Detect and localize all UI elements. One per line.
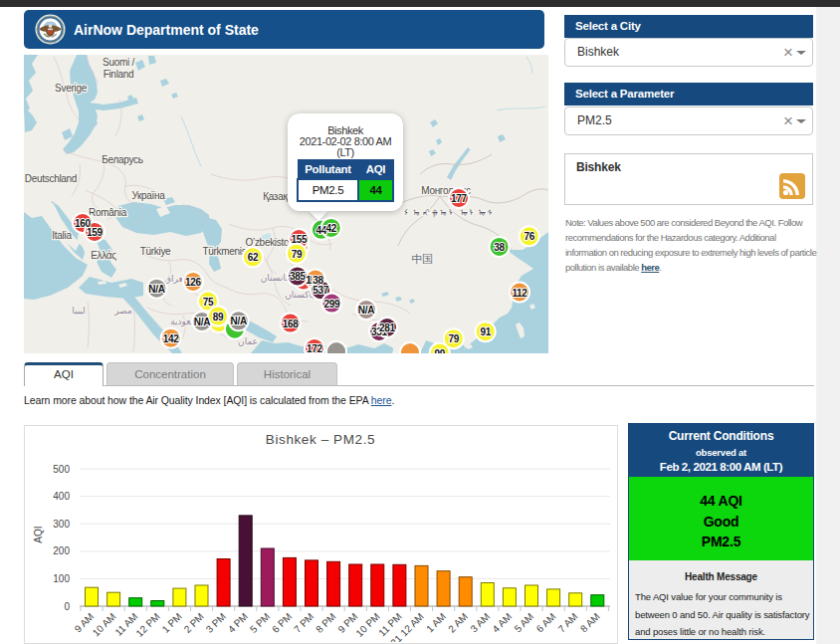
svg-text:385: 385 (290, 271, 307, 282)
svg-text:N/A: N/A (148, 284, 164, 295)
svg-text:38: 38 (494, 242, 505, 253)
svg-text:ليبيا: ليبيا (72, 306, 86, 316)
svg-text:142: 142 (163, 333, 180, 344)
svg-text:155: 155 (292, 234, 309, 245)
svg-text:99: 99 (435, 348, 446, 354)
svg-text:0: 0 (64, 601, 70, 612)
svg-text:79: 79 (448, 333, 459, 344)
svg-text:مصر: مصر (113, 306, 132, 316)
svg-text:Finland: Finland (104, 69, 134, 80)
svg-text:Bishkek – PM2.5: Bishkek – PM2.5 (266, 432, 375, 447)
svg-text:299: 299 (324, 299, 341, 310)
svg-text:126: 126 (185, 277, 202, 288)
svg-text:Italia: Italia (52, 230, 72, 241)
svg-text:177: 177 (451, 193, 468, 204)
svg-text:62: 62 (248, 252, 259, 263)
svg-text:Suomi /: Suomi / (103, 57, 134, 68)
svg-text:Беларусь: Беларусь (102, 154, 142, 165)
svg-text:AQI: AQI (33, 526, 44, 542)
svg-text:168: 168 (283, 319, 300, 329)
svg-text:Deutschland: Deutschland (25, 173, 77, 184)
svg-text:112: 112 (512, 288, 527, 299)
svg-text:N/A: N/A (194, 317, 210, 327)
svg-text:ᠮᠣᠩᠭᠣᠯ ᠤᠯᠤᠰ: ᠮᠣᠩᠭᠣᠯ ᠤᠯᠤᠰ (404, 208, 497, 218)
svg-text:281: 281 (379, 322, 396, 333)
svg-text:159: 159 (87, 227, 104, 238)
svg-text:中国: 中国 (411, 253, 432, 265)
svg-text:Україна: Україна (131, 190, 165, 201)
svg-text:500: 500 (53, 464, 70, 475)
svg-text:300: 300 (53, 519, 70, 530)
svg-text:400: 400 (53, 491, 70, 502)
svg-text:100: 100 (53, 573, 70, 584)
svg-text:Ελλάς: Ελλάς (91, 250, 116, 261)
svg-text:76: 76 (524, 231, 534, 242)
svg-text:1: 1 (306, 274, 312, 286)
svg-text:89: 89 (213, 312, 224, 322)
svg-text:537: 537 (313, 285, 329, 296)
svg-text:42: 42 (325, 223, 336, 234)
svg-text:75: 75 (203, 297, 214, 308)
svg-text:91: 91 (480, 326, 491, 337)
svg-text:N/A: N/A (231, 316, 247, 326)
svg-text:172: 172 (307, 343, 323, 353)
svg-text:Sverige: Sverige (55, 83, 88, 94)
svg-text:Türkiye: Türkiye (140, 246, 171, 257)
svg-text:200: 200 (53, 545, 70, 556)
svg-text:N/A: N/A (358, 305, 374, 316)
svg-text:79: 79 (292, 249, 303, 260)
svg-text:România: România (89, 207, 127, 218)
